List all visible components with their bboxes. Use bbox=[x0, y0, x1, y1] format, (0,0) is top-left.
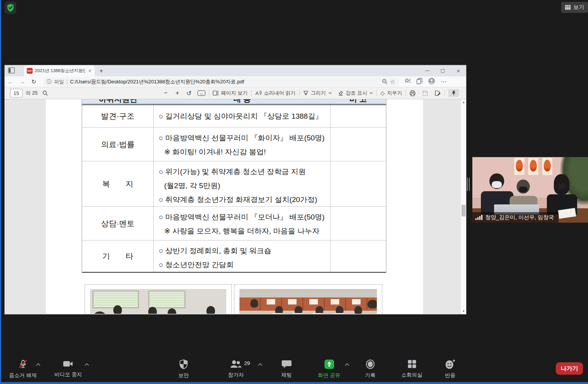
eraser-icon: ◇ bbox=[380, 90, 385, 96]
collections-icon[interactable] bbox=[416, 78, 423, 86]
new-tab-button[interactable]: + bbox=[98, 67, 105, 74]
video-panel-drag-handle[interactable] bbox=[467, 178, 470, 191]
save-as-icon[interactable] bbox=[435, 90, 441, 96]
scroll-up-icon[interactable]: ▴ bbox=[461, 100, 466, 104]
pin-toolbar-icon[interactable] bbox=[448, 89, 459, 97]
stop-video-button[interactable]: 비디오 중지 bbox=[52, 359, 84, 378]
window-close-button[interactable]: × bbox=[451, 65, 466, 76]
security-label: 보안 bbox=[179, 372, 189, 379]
window-maximize-button[interactable]: ▢ bbox=[435, 65, 451, 76]
row-line: ※ 사랑을 모으자, 행복을 더하자, 마음을 나누자 bbox=[159, 224, 330, 238]
chevron-down-icon bbox=[328, 92, 332, 94]
pdf-page: 하위지원단 내 용 비 고 발견·구조 ○ 길거리상담 및 심야아웃리치 『상담… bbox=[46, 99, 423, 314]
page-count-label: 의 25 bbox=[26, 90, 38, 97]
row-line: ○ 취약계층 청소년가정 화재경보기 설치(20가정) bbox=[159, 193, 330, 207]
pdf-file-icon: PDF bbox=[27, 68, 33, 74]
pdf-viewer[interactable]: 하위지원단 내 용 비 고 발견·구조 ○ 길거리상담 및 심야아웃리치 『상담… bbox=[5, 99, 466, 314]
page-view-button[interactable]: 페이지 보기 bbox=[213, 90, 248, 97]
back-icon[interactable]: ← bbox=[5, 78, 16, 85]
erase-button[interactable]: ◇ 지우기 bbox=[380, 90, 402, 97]
scrollbar-thumb[interactable] bbox=[461, 205, 466, 216]
reactions-button[interactable]: 반응 bbox=[437, 359, 463, 379]
rotate-icon[interactable]: ↺ bbox=[186, 90, 191, 97]
chat-bubble-icon bbox=[281, 359, 292, 369]
activity-table: 하위지원단 내 용 비 고 발견·구조 ○ 길거리상담 및 심야아웃리치 『상담… bbox=[82, 99, 387, 273]
refresh-icon[interactable]: ↻ bbox=[28, 78, 40, 85]
breakout-rooms-button[interactable]: 소회의실 bbox=[395, 359, 428, 379]
table-row-medical-legal: 의료·법률 ○ 마음방역백신 선물꾸러미 『화이자』 배포(50명) ※ 화이팅… bbox=[82, 128, 386, 161]
participants-icon bbox=[229, 359, 243, 369]
record-label: 기록 bbox=[365, 372, 376, 379]
share-screen-button[interactable]: 화면 공유 bbox=[313, 359, 345, 379]
svg-text:A: A bbox=[255, 90, 259, 96]
row-line: ○ 위기(가능) 및 취약계층 청소년 장학금 지원 bbox=[159, 165, 330, 179]
zoom-out-icon[interactable]: − bbox=[164, 89, 168, 97]
browser-tab-bar: PDF 2021년 1388청소년지원단 총회 × + — ▢ × bbox=[5, 65, 466, 76]
participant-video-thumbnail[interactable]: 청양_김은미, 이선우, 임창국 bbox=[472, 157, 588, 223]
participants-options-chevron[interactable] bbox=[258, 363, 263, 366]
row-line: ○ 길거리상담 및 심야아웃리치 『상담로 1388길』 bbox=[159, 109, 323, 123]
security-button[interactable]: 보안 bbox=[172, 359, 196, 379]
leave-meeting-button[interactable]: 나가기 bbox=[556, 362, 583, 375]
row-line: ○ 마음방역백신 선물꾸러미 『화이자』 배포(50명) bbox=[159, 131, 330, 145]
share-screen-label: 화면 공유 bbox=[318, 372, 340, 379]
browser-menu-icon[interactable]: ⋯ bbox=[441, 78, 447, 85]
participants-label: 참가자 bbox=[228, 372, 244, 379]
row-line: ※ 화이팅! 이겨내! 자신감 붐업! bbox=[159, 145, 330, 159]
view-button[interactable]: 보기 bbox=[561, 2, 588, 13]
window-minimize-button[interactable]: — bbox=[420, 65, 435, 76]
highlight-label: 강조 표시 bbox=[346, 90, 368, 97]
document-photo-left bbox=[85, 284, 232, 314]
url-field[interactable]: ⓘ 파일 | C:/Users/꿈드림/Desktop/2021년%201388… bbox=[43, 78, 399, 86]
page-number-input[interactable] bbox=[10, 89, 23, 97]
share-options-chevron[interactable] bbox=[345, 363, 350, 366]
table-header-row: 하위지원단 내 용 비 고 bbox=[82, 99, 386, 105]
row-category: 발견·구조 bbox=[82, 105, 154, 127]
zoom-page-icon[interactable] bbox=[382, 79, 388, 85]
unmute-button[interactable]: 음소거 해제 bbox=[7, 359, 39, 379]
page-view-label: 페이지 보기 bbox=[221, 90, 248, 97]
stop-video-label: 비디오 중지 bbox=[54, 371, 82, 378]
chat-button[interactable]: 채팅 bbox=[274, 359, 298, 379]
scroll-down-icon[interactable]: ▾ bbox=[461, 309, 466, 313]
url-text: C:/Users/꿈드림/Desktop/2021년%201388청소년지원단%… bbox=[70, 78, 379, 85]
security-shield-badge[interactable] bbox=[5, 2, 16, 14]
reactions-smiley-icon bbox=[445, 359, 456, 369]
pdf-scrollbar[interactable]: ▴ ▾ bbox=[460, 99, 466, 314]
tab-close-icon[interactable]: × bbox=[88, 68, 92, 74]
record-button[interactable]: 기록 bbox=[358, 359, 382, 379]
participant-names: 청양_김은미, 이선우, 임창국 bbox=[485, 214, 554, 221]
row-category: 복 지 bbox=[82, 161, 154, 206]
browser-tab[interactable]: PDF 2021년 1388청소년지원단 총회 × bbox=[24, 65, 95, 76]
page-info-icon[interactable]: ⓘ bbox=[47, 78, 52, 85]
tab-actions-icon[interactable] bbox=[8, 67, 15, 73]
microphone-muted-icon bbox=[18, 359, 28, 369]
zoom-in-icon[interactable]: + bbox=[175, 89, 179, 97]
breakout-rooms-icon bbox=[407, 359, 417, 369]
signal-strength-icon bbox=[475, 215, 482, 220]
favorites-bar-icon[interactable] bbox=[404, 78, 411, 86]
video-options-chevron[interactable] bbox=[84, 363, 89, 366]
read-aloud-label: 소리내어 읽기 bbox=[264, 90, 296, 97]
print-icon[interactable] bbox=[409, 90, 416, 96]
favorite-star-icon[interactable]: ☆ bbox=[390, 78, 395, 85]
find-in-document-icon[interactable] bbox=[42, 90, 48, 96]
draw-button[interactable]: 그리기 bbox=[303, 90, 332, 97]
row-line: ○ 마음방역백신 선물꾸러미 『모더나』 배포(50명) bbox=[159, 210, 330, 224]
mute-options-chevron[interactable] bbox=[36, 363, 41, 366]
pdf-toolbar: 의 25 − + ↺ ↔ 페이지 보기 A 소리내어 읽기 그리기 bbox=[5, 87, 466, 99]
forward-icon[interactable]: → bbox=[16, 78, 28, 85]
highlighter-icon bbox=[338, 90, 343, 96]
gallery-view-icon bbox=[565, 5, 571, 10]
row-category: 의료·법률 bbox=[82, 128, 154, 161]
read-aloud-button[interactable]: A 소리내어 읽기 bbox=[255, 90, 296, 97]
fit-to-width-icon[interactable]: ↔ bbox=[198, 90, 205, 96]
header-category: 하위지원단 bbox=[82, 99, 154, 104]
highlight-button[interactable]: 강조 표시 bbox=[338, 90, 373, 97]
table-row-welfare: 복 지 ○ 위기(가능) 및 취약계층 청소년 장학금 지원 (월2명, 각 5… bbox=[82, 161, 386, 207]
profile-avatar-icon[interactable] bbox=[428, 78, 435, 86]
row-note bbox=[331, 240, 386, 272]
record-icon bbox=[365, 359, 375, 369]
participant-name-label: 청양_김은미, 이선우, 임창국 bbox=[472, 212, 559, 223]
shield-check-icon bbox=[7, 3, 14, 12]
